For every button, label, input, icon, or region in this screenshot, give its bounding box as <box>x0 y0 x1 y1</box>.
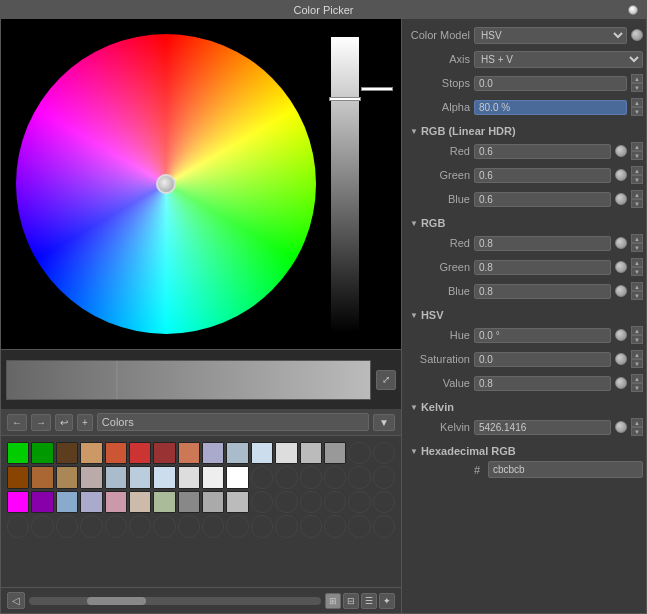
rgb-red-input[interactable] <box>474 236 611 251</box>
palette-swatch[interactable] <box>251 442 273 464</box>
palette-swatch[interactable] <box>178 442 200 464</box>
rgb-green-up[interactable]: ▲ <box>631 258 643 267</box>
palette-swatch[interactable] <box>226 442 248 464</box>
rgb-linear-toggle[interactable]: ▼ <box>410 127 418 136</box>
value-slider[interactable] <box>331 37 359 332</box>
hsv-val-up[interactable]: ▲ <box>631 374 643 383</box>
palette-swatch[interactable] <box>324 442 346 464</box>
hsv-hue-input[interactable] <box>474 328 611 343</box>
hsv-toggle[interactable]: ▼ <box>410 311 418 320</box>
palette-menu-btn[interactable]: ▼ <box>373 414 395 431</box>
rgb-linear-blue-input[interactable] <box>474 192 611 207</box>
palette-swatch[interactable] <box>275 442 297 464</box>
palette-swatch[interactable] <box>226 466 248 488</box>
rgb-blue-up[interactable]: ▲ <box>631 282 643 291</box>
rgb-red-up[interactable]: ▲ <box>631 234 643 243</box>
palette-swatch[interactable] <box>178 466 200 488</box>
alpha-up[interactable]: ▲ <box>631 98 643 107</box>
palette-swatch[interactable] <box>80 491 102 513</box>
rgb-linear-green-up[interactable]: ▲ <box>631 166 643 175</box>
palette-swatch[interactable] <box>105 466 127 488</box>
hsv-val-input[interactable] <box>474 376 611 391</box>
hex-toggle[interactable]: ▼ <box>410 447 418 456</box>
palette-empty-slot[interactable] <box>251 515 273 537</box>
stops-down[interactable]: ▼ <box>631 83 643 92</box>
palette-empty-slot[interactable] <box>373 515 395 537</box>
palette-swatch[interactable] <box>300 442 322 464</box>
palette-empty-slot[interactable] <box>251 491 273 513</box>
kelvin-down[interactable]: ▼ <box>631 427 643 436</box>
value-thumb[interactable] <box>329 97 361 101</box>
view-grid-small-btn[interactable]: ⊞ <box>325 593 341 609</box>
palette-empty-slot[interactable] <box>348 491 370 513</box>
palette-empty-slot[interactable] <box>226 515 248 537</box>
palette-swatch[interactable] <box>202 491 224 513</box>
rgb-linear-red-up[interactable]: ▲ <box>631 142 643 151</box>
hsv-sat-input[interactable] <box>474 352 611 367</box>
palette-empty-slot[interactable] <box>31 515 53 537</box>
palette-empty-slot[interactable] <box>275 515 297 537</box>
palette-empty-slot[interactable] <box>300 466 322 488</box>
palette-swatch[interactable] <box>105 491 127 513</box>
expand-button[interactable]: ⤢ <box>376 370 396 390</box>
palette-empty-slot[interactable] <box>275 466 297 488</box>
view-list-btn[interactable]: ☰ <box>361 593 377 609</box>
palette-empty-slot[interactable] <box>7 515 29 537</box>
palette-empty-slot[interactable] <box>373 466 395 488</box>
palette-swatch[interactable] <box>153 491 175 513</box>
palette-name-field[interactable]: Colors <box>97 413 369 431</box>
palette-return-btn[interactable]: ↩ <box>55 414 73 431</box>
palette-empty-slot[interactable] <box>105 515 127 537</box>
palette-swatch[interactable] <box>153 442 175 464</box>
palette-empty-slot[interactable] <box>251 466 273 488</box>
palette-swatch[interactable] <box>80 442 102 464</box>
palette-swatch[interactable] <box>153 466 175 488</box>
hsv-hue-down[interactable]: ▼ <box>631 335 643 344</box>
rgb-linear-blue-up[interactable]: ▲ <box>631 190 643 199</box>
palette-swatch[interactable] <box>31 466 53 488</box>
hsv-val-down[interactable]: ▼ <box>631 383 643 392</box>
kelvin-input[interactable] <box>474 420 611 435</box>
palette-empty-slot[interactable] <box>300 491 322 513</box>
palette-swatch[interactable] <box>178 491 200 513</box>
palette-swatch[interactable] <box>80 466 102 488</box>
color-model-select[interactable]: HSV <box>474 27 627 44</box>
rgb-linear-blue-down[interactable]: ▼ <box>631 199 643 208</box>
palette-empty-slot[interactable] <box>324 491 346 513</box>
palette-empty-slot[interactable] <box>129 515 151 537</box>
palette-scrollbar[interactable] <box>29 597 321 605</box>
palette-empty-slot[interactable] <box>153 515 175 537</box>
hsv-hue-up[interactable]: ▲ <box>631 326 643 335</box>
palette-empty-slot[interactable] <box>324 515 346 537</box>
alpha-thumb[interactable] <box>361 87 393 91</box>
palette-empty-slot[interactable] <box>348 442 370 464</box>
alpha-down[interactable]: ▼ <box>631 107 643 116</box>
palette-forward-btn[interactable]: → <box>31 414 51 431</box>
palette-swatch[interactable] <box>129 466 151 488</box>
palette-swatch[interactable] <box>31 442 53 464</box>
rgb-linear-red-input[interactable] <box>474 144 611 159</box>
palette-swatch[interactable] <box>202 442 224 464</box>
palette-swatch[interactable] <box>226 491 248 513</box>
view-star-btn[interactable]: ✦ <box>379 593 395 609</box>
palette-empty-slot[interactable] <box>300 515 322 537</box>
rgb-blue-down[interactable]: ▼ <box>631 291 643 300</box>
rgb-green-down[interactable]: ▼ <box>631 267 643 276</box>
palette-empty-slot[interactable] <box>202 515 224 537</box>
hex-input[interactable] <box>488 461 643 478</box>
rgb-linear-green-down[interactable]: ▼ <box>631 175 643 184</box>
alpha-input[interactable] <box>474 100 627 115</box>
stops-input[interactable] <box>474 76 627 91</box>
palette-empty-slot[interactable] <box>80 515 102 537</box>
rgb-red-down[interactable]: ▼ <box>631 243 643 252</box>
palette-swatch[interactable] <box>129 442 151 464</box>
hsv-sat-up[interactable]: ▲ <box>631 350 643 359</box>
palette-empty-slot[interactable] <box>348 515 370 537</box>
alpha-slider[interactable] <box>363 37 391 332</box>
palette-empty-slot[interactable] <box>373 491 395 513</box>
color-wheel[interactable] <box>16 34 316 334</box>
palette-swatch[interactable] <box>56 491 78 513</box>
rgb-linear-green-input[interactable] <box>474 168 611 183</box>
stops-up[interactable]: ▲ <box>631 74 643 83</box>
palette-add-btn[interactable]: + <box>77 414 93 431</box>
